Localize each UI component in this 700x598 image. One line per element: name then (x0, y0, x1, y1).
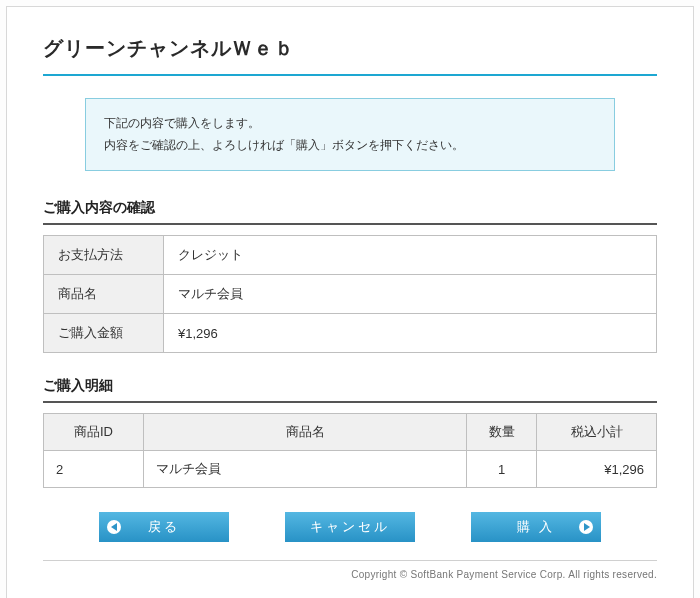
arrow-left-icon (107, 520, 121, 534)
confirm-row-product: 商品名 マルチ会員 (44, 275, 657, 314)
detail-cell-qty: 1 (467, 451, 537, 488)
detail-header-id: 商品ID (44, 414, 144, 451)
detail-header-row: 商品ID 商品名 数量 税込小計 (44, 414, 657, 451)
confirm-table: お支払方法 クレジット 商品名 マルチ会員 ご購入金額 ¥1,296 (43, 235, 657, 353)
detail-header-subtotal: 税込小計 (537, 414, 657, 451)
confirm-heading: ご購入内容の確認 (43, 199, 657, 225)
detail-data-row: 2 マルチ会員 1 ¥1,296 (44, 451, 657, 488)
payment-value: クレジット (164, 236, 657, 275)
cancel-button-label: キャンセル (310, 518, 390, 536)
detail-cell-subtotal: ¥1,296 (537, 451, 657, 488)
detail-cell-id: 2 (44, 451, 144, 488)
purchase-button[interactable]: 購 入 (471, 512, 601, 542)
back-button-label: 戻る (148, 518, 180, 536)
main-frame: グリーンチャンネルＷｅｂ 下記の内容で購入をします。 内容をご確認の上、よろしけ… (6, 6, 694, 598)
detail-header-name: 商品名 (144, 414, 467, 451)
message-line-2: 内容をご確認の上、よろしければ「購入」ボタンを押下ください。 (104, 135, 596, 157)
instruction-message: 下記の内容で購入をします。 内容をご確認の上、よろしければ「購入」ボタンを押下く… (85, 98, 615, 171)
cancel-button[interactable]: キャンセル (285, 512, 415, 542)
page-title: グリーンチャンネルＷｅｂ (43, 35, 657, 76)
confirm-row-amount: ご購入金額 ¥1,296 (44, 314, 657, 353)
back-button[interactable]: 戻る (99, 512, 229, 542)
confirm-section: ご購入内容の確認 お支払方法 クレジット 商品名 マルチ会員 ご購入金額 ¥1,… (43, 199, 657, 353)
detail-header-qty: 数量 (467, 414, 537, 451)
detail-cell-name: マルチ会員 (144, 451, 467, 488)
arrow-right-icon (579, 520, 593, 534)
detail-section: ご購入明細 商品ID 商品名 数量 税込小計 2 マルチ会員 1 ¥1,296 (43, 377, 657, 488)
payment-label: お支払方法 (44, 236, 164, 275)
footer-copyright: Copyright © SoftBank Payment Service Cor… (43, 560, 657, 580)
amount-value: ¥1,296 (164, 314, 657, 353)
product-label: 商品名 (44, 275, 164, 314)
detail-table: 商品ID 商品名 数量 税込小計 2 マルチ会員 1 ¥1,296 (43, 413, 657, 488)
amount-label: ご購入金額 (44, 314, 164, 353)
detail-heading: ご購入明細 (43, 377, 657, 403)
confirm-row-payment: お支払方法 クレジット (44, 236, 657, 275)
purchase-button-label: 購 入 (517, 518, 556, 536)
message-line-1: 下記の内容で購入をします。 (104, 113, 596, 135)
button-row: 戻る キャンセル 購 入 (43, 512, 657, 542)
product-value: マルチ会員 (164, 275, 657, 314)
